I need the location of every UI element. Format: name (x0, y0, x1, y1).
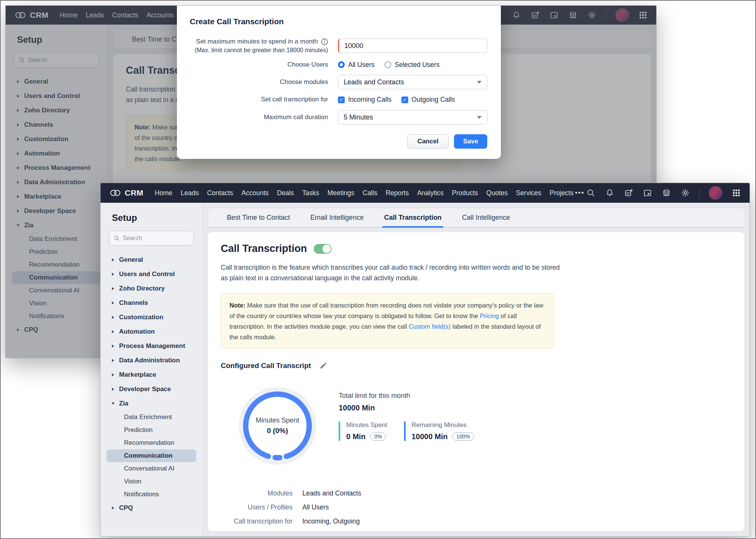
tab[interactable]: Best Time to Contact (217, 208, 300, 227)
setup-sidebar: Setup GeneralUsers and ControlZoho Direc… (101, 203, 203, 536)
duration-dropdown[interactable]: 5 Minutes (338, 110, 487, 124)
nav-item[interactable]: Meetings (327, 189, 354, 197)
top-navbar: CRM HomeLeadsContactsAccountsDealsTasksM… (101, 183, 750, 203)
sidebar-item-label: Zoho Directory (119, 285, 165, 292)
sidebar-item[interactable]: Notifications (101, 488, 202, 501)
nav-item[interactable]: Projects (550, 189, 573, 197)
total-limit-label: Total limit for this month (339, 392, 474, 400)
sidebar-search-input[interactable] (123, 235, 189, 242)
sidebar-item-label: Prediction (124, 426, 153, 434)
nav-item[interactable]: Products (452, 189, 478, 197)
chevron-right-icon (112, 316, 114, 319)
edit-pencil-icon[interactable] (319, 362, 327, 370)
sidebar-item[interactable]: Users and Control (101, 267, 202, 281)
crm-logo[interactable]: CRM (110, 188, 143, 197)
nav-right (586, 186, 741, 200)
sidebar-item-label: Data Enrichment (124, 413, 172, 421)
tab-label: Email Intelligence (310, 214, 364, 222)
tab[interactable]: Email Intelligence (300, 208, 374, 227)
sidebar-item[interactable]: CPQ (101, 501, 202, 515)
sidebar-search-box[interactable] (109, 231, 194, 246)
chevron-down-icon (477, 81, 482, 84)
nav-item[interactable]: Home (155, 189, 172, 197)
donut-center-value: 0 (0%) (267, 427, 288, 435)
sidebar-item-label: Data Administration (119, 357, 180, 364)
cancel-button[interactable]: Cancel (407, 134, 449, 149)
sidebar-item[interactable]: Prediction (101, 424, 202, 436)
feature-toggle-on[interactable] (314, 244, 332, 254)
incoming-calls-checkbox[interactable]: ✓Incoming Calls (338, 96, 392, 104)
duration-dropdown-value: 5 Minutes (344, 113, 373, 121)
search-icon[interactable] (586, 188, 596, 198)
user-avatar[interactable] (709, 186, 722, 200)
selected-users-radio[interactable]: Selected Users (384, 61, 440, 69)
nav-item[interactable]: Deals (277, 189, 294, 197)
nav-item[interactable]: Contacts (207, 189, 233, 197)
sidebar-item[interactable]: General (101, 253, 202, 267)
notifications-bell-icon[interactable] (605, 188, 615, 198)
tab[interactable]: Call Transcription (374, 208, 452, 227)
sidebar-item[interactable]: Developer Space (101, 382, 202, 396)
stat-block: Minutes Spent 0 Min 0% (339, 421, 387, 441)
chevron-right-icon (112, 330, 114, 333)
sidebar-item-label: Users and Control (119, 270, 175, 278)
info-icon[interactable] (321, 38, 328, 45)
chevron-right-icon (112, 388, 114, 391)
sidebar-item[interactable]: Zoho Directory (101, 281, 202, 296)
modules-dropdown[interactable]: Leads and Contacts (338, 75, 487, 89)
sidebar-item[interactable]: Channels (101, 296, 202, 310)
sidebar-item-label: Process Management (119, 342, 185, 350)
sidebar-item[interactable]: Automation (101, 325, 202, 339)
sidebar-item[interactable]: Conversational AI (101, 462, 202, 475)
all-users-radio[interactable]: All Users (338, 61, 375, 69)
tab[interactable]: Call Intelligence (452, 208, 520, 227)
sidebar-item[interactable]: Customization (101, 310, 202, 325)
nav-item[interactable]: Tasks (302, 189, 319, 197)
sidebar-item[interactable]: Marketplace (101, 368, 202, 382)
nav-item[interactable]: Accounts (242, 189, 269, 197)
nav-item[interactable]: Quotes (486, 189, 508, 197)
minutes-donut-chart: Minutes Spent 0 (0%) (237, 386, 318, 466)
chevron-right-icon (112, 301, 114, 304)
sidebar-item[interactable]: Zia (101, 396, 202, 411)
sidebar-item[interactable]: Process Management (101, 339, 202, 353)
sidebar-item[interactable]: Communication (107, 449, 196, 462)
page-title: Call Transcription (221, 243, 307, 255)
apps-grid-icon[interactable] (731, 188, 741, 198)
marketplace-store-icon[interactable] (662, 188, 671, 198)
detail-row: Modules Leads and Contacts (221, 489, 731, 497)
pricing-link[interactable]: Pricing (480, 312, 499, 319)
sidebar-item-label: CPQ (119, 504, 133, 512)
custom-fields-link[interactable]: Custom field(s) (409, 323, 451, 330)
nav-item[interactable]: Services (516, 189, 541, 197)
detail-value: All Users (302, 503, 329, 511)
compose-note-icon[interactable] (624, 188, 634, 198)
chevron-right-icon (112, 345, 114, 348)
sidebar-item-label: Recommendation (124, 439, 174, 447)
modal-title: Create Call Transcription (190, 17, 487, 26)
sidebar-item-label: Developer Space (119, 385, 171, 393)
max-minutes-input[interactable] (338, 39, 487, 53)
stats-row: Minutes Spent 0 Min 0% (339, 421, 474, 441)
stat-percent-badge: 100% (452, 432, 474, 441)
sidebar-item[interactable]: Vision (101, 475, 202, 488)
toggle-knob (322, 245, 331, 253)
chevron-right-icon (112, 402, 115, 405)
nav-item[interactable]: Analytics (417, 189, 443, 197)
total-limit-value: 10000 Min (339, 404, 474, 412)
calendar-icon[interactable] (643, 188, 652, 198)
sidebar-item[interactable]: Data Administration (101, 353, 202, 368)
detail-value: Leads and Contacts (302, 489, 361, 497)
nav-item[interactable]: Leads (181, 189, 199, 197)
nav-more-button[interactable]: ••• (575, 189, 584, 197)
outgoing-calls-checkbox[interactable]: ✓Outgoing Calls (401, 96, 455, 104)
save-button[interactable]: Save (454, 134, 487, 149)
stat-value: 0 Min (346, 432, 366, 441)
nav-item[interactable]: Reports (386, 189, 409, 197)
sidebar-item[interactable]: Recommendation (101, 436, 202, 449)
radio-selected-icon (338, 61, 345, 68)
nav-item[interactable]: Calls (363, 189, 377, 197)
sidebar-item[interactable]: Data Enrichment (101, 411, 202, 424)
max-minutes-row: Set maximum minutes to spend in a month … (177, 37, 487, 54)
settings-gear-icon[interactable] (680, 188, 690, 198)
